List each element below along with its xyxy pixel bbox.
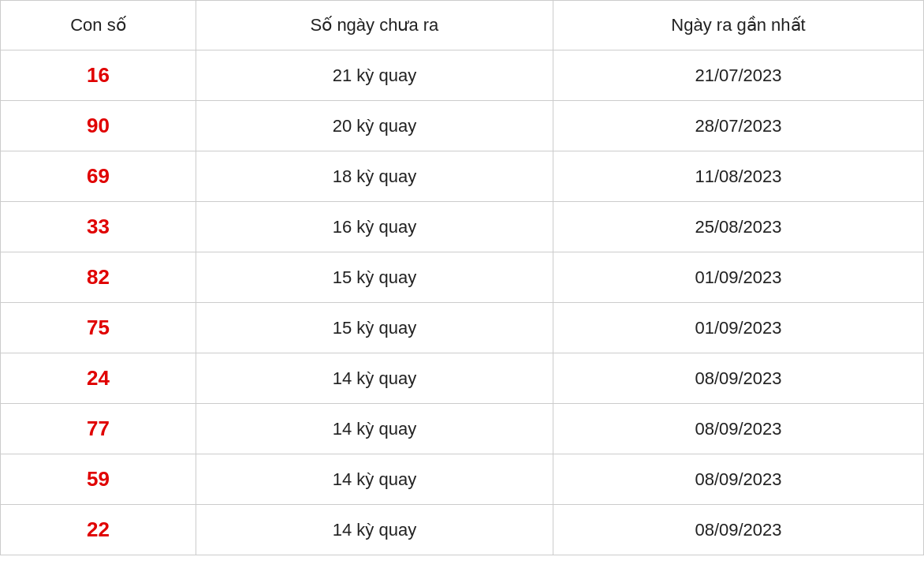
table-header-row: Con số Số ngày chưa ra Ngày ra gần nhất xyxy=(1,1,924,50)
cell-days: 15 kỳ quay xyxy=(196,303,553,353)
table-row: 1621 kỳ quay21/07/2023 xyxy=(1,50,924,101)
cell-date: 01/09/2023 xyxy=(553,303,924,353)
cell-date: 01/09/2023 xyxy=(553,252,924,303)
cell-number: 75 xyxy=(1,303,196,353)
cell-date: 08/09/2023 xyxy=(553,404,924,454)
cell-date: 28/07/2023 xyxy=(553,101,924,151)
cell-number: 69 xyxy=(1,151,196,202)
cell-number: 22 xyxy=(1,505,196,555)
cell-days: 21 kỳ quay xyxy=(196,50,553,101)
header-con-so: Con số xyxy=(1,1,196,50)
cell-number: 77 xyxy=(1,404,196,454)
cell-number: 59 xyxy=(1,454,196,505)
header-ngay-ra: Ngày ra gần nhất xyxy=(553,1,924,50)
cell-number: 33 xyxy=(1,202,196,252)
lottery-table: Con số Số ngày chưa ra Ngày ra gần nhất … xyxy=(0,0,924,555)
cell-number: 82 xyxy=(1,252,196,303)
table-row: 3316 kỳ quay25/08/2023 xyxy=(1,202,924,252)
cell-date: 08/09/2023 xyxy=(553,353,924,404)
cell-days: 16 kỳ quay xyxy=(196,202,553,252)
cell-days: 15 kỳ quay xyxy=(196,252,553,303)
cell-date: 11/08/2023 xyxy=(553,151,924,202)
table-row: 9020 kỳ quay28/07/2023 xyxy=(1,101,924,151)
cell-days: 18 kỳ quay xyxy=(196,151,553,202)
header-so-ngay: Số ngày chưa ra xyxy=(196,1,553,50)
main-container: Con số Số ngày chưa ra Ngày ra gần nhất … xyxy=(0,0,924,555)
table-row: 5914 kỳ quay08/09/2023 xyxy=(1,454,924,505)
cell-days: 14 kỳ quay xyxy=(196,454,553,505)
cell-days: 20 kỳ quay xyxy=(196,101,553,151)
cell-date: 25/08/2023 xyxy=(553,202,924,252)
cell-date: 21/07/2023 xyxy=(553,50,924,101)
table-row: 2214 kỳ quay08/09/2023 xyxy=(1,505,924,555)
cell-days: 14 kỳ quay xyxy=(196,404,553,454)
table-row: 8215 kỳ quay01/09/2023 xyxy=(1,252,924,303)
table-row: 2414 kỳ quay08/09/2023 xyxy=(1,353,924,404)
cell-date: 08/09/2023 xyxy=(553,505,924,555)
table-row: 7515 kỳ quay01/09/2023 xyxy=(1,303,924,353)
cell-date: 08/09/2023 xyxy=(553,454,924,505)
table-row: 7714 kỳ quay08/09/2023 xyxy=(1,404,924,454)
cell-days: 14 kỳ quay xyxy=(196,353,553,404)
cell-number: 90 xyxy=(1,101,196,151)
cell-number: 16 xyxy=(1,50,196,101)
table-row: 6918 kỳ quay11/08/2023 xyxy=(1,151,924,202)
cell-number: 24 xyxy=(1,353,196,404)
cell-days: 14 kỳ quay xyxy=(196,505,553,555)
